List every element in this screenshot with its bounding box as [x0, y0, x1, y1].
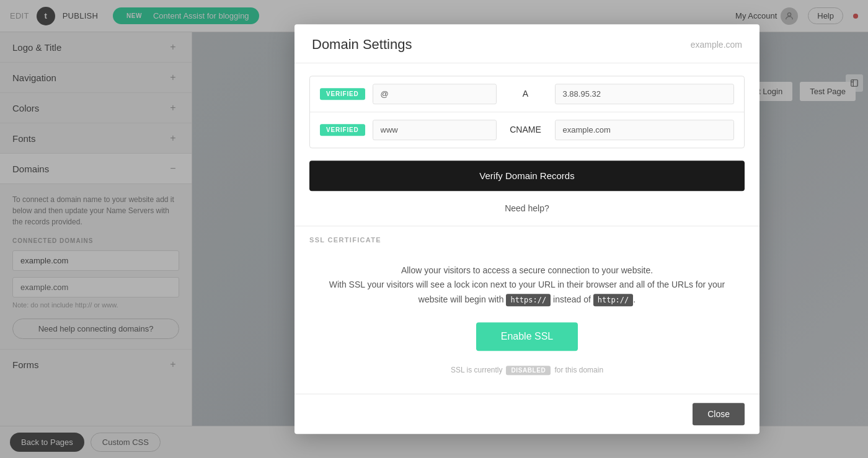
ssl-section-header: SSL CERTIFICATE — [294, 226, 760, 251]
ssl-http-code: http:// — [593, 294, 634, 306]
dns-type-label: A — [504, 89, 547, 99]
modal-title: Domain Settings — [312, 37, 412, 53]
modal-footer: Close — [294, 394, 760, 434]
dns-host-input[interactable] — [373, 84, 497, 104]
ssl-section: SSL CERTIFICATE Allow your visitors to a… — [294, 226, 760, 394]
dns-type-label: CNAME — [504, 125, 547, 134]
ssl-status: SSL is currently DISABLED for this domai… — [319, 366, 735, 375]
close-button[interactable]: Close — [693, 403, 745, 425]
dns-row: VERIFIED CNAME — [310, 112, 744, 148]
modal-body: VERIFIED A VERIFIED CNAME Verify Domain … — [294, 63, 760, 394]
ssl-status-text: SSL is currently — [451, 366, 503, 375]
dns-table: VERIFIED A VERIFIED CNAME — [309, 76, 745, 148]
ssl-status-suffix: for this domain — [554, 366, 603, 375]
verified-badge: VERIFIED — [320, 124, 365, 136]
modal-header: Domain Settings example.com — [294, 24, 760, 63]
dns-value-input[interactable] — [555, 84, 734, 104]
need-help-link[interactable]: Need help? — [294, 201, 760, 226]
enable-ssl-button[interactable]: Enable SSL — [476, 322, 578, 351]
dns-value-input[interactable] — [555, 120, 734, 140]
dns-row: VERIFIED A — [310, 76, 744, 112]
ssl-description: Allow your visitors to access a secure c… — [319, 263, 735, 307]
verified-badge: VERIFIED — [320, 88, 365, 100]
domain-settings-modal: Domain Settings example.com VERIFIED A V… — [294, 24, 760, 434]
modal-domain: example.com — [691, 40, 742, 50]
ssl-disabled-badge: DISABLED — [506, 366, 551, 375]
dns-host-input[interactable] — [373, 120, 497, 140]
verify-domain-button[interactable]: Verify Domain Records — [309, 161, 745, 191]
ssl-https-code: https:// — [506, 294, 551, 306]
ssl-body: Allow your visitors to access a secure c… — [294, 251, 760, 394]
